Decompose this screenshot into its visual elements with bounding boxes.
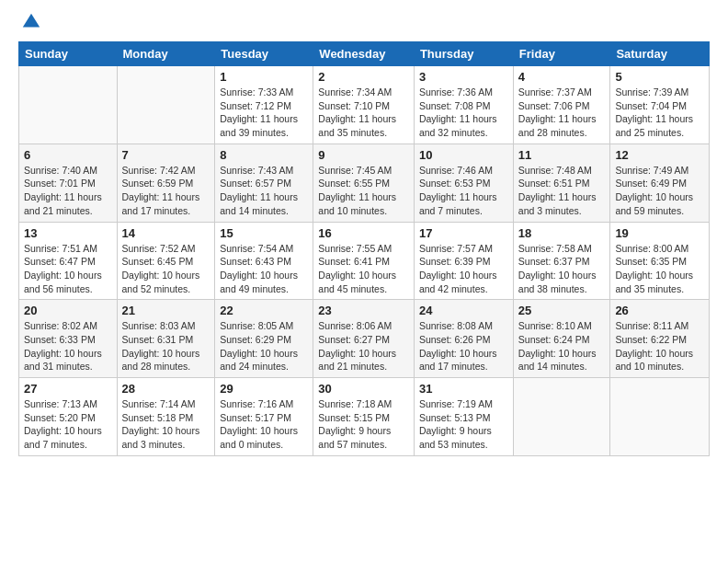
day-info: Sunrise: 7:49 AMSunset: 6:49 PMDaylight:… [615, 164, 704, 218]
calendar-day-cell: 9Sunrise: 7:45 AMSunset: 6:55 PMDaylight… [313, 144, 415, 222]
day-info: Sunrise: 7:19 AMSunset: 5:13 PMDaylight:… [419, 397, 508, 452]
day-number: 24 [419, 304, 508, 317]
day-info: Sunrise: 7:33 AMSunset: 7:12 PMDaylight:… [220, 86, 308, 140]
day-info: Sunrise: 8:05 AMSunset: 6:29 PMDaylight:… [220, 319, 308, 373]
day-info: Sunrise: 7:46 AMSunset: 6:53 PMDaylight:… [419, 164, 508, 218]
calendar-day-cell: 14Sunrise: 7:52 AMSunset: 6:45 PMDayligh… [117, 222, 215, 300]
day-number: 27 [24, 382, 112, 396]
day-number: 7 [122, 148, 210, 162]
calendar-day-cell: 24Sunrise: 8:08 AMSunset: 6:26 PMDayligh… [414, 300, 513, 378]
day-info: Sunrise: 7:55 AMSunset: 6:41 PMDaylight:… [318, 242, 409, 296]
calendar-day-cell: 4Sunrise: 7:37 AMSunset: 7:06 PMDaylight… [513, 66, 610, 144]
calendar-week-row: 6Sunrise: 7:40 AMSunset: 7:01 PMDaylight… [19, 144, 710, 222]
calendar-day-cell: 3Sunrise: 7:36 AMSunset: 7:08 PMDaylight… [414, 66, 513, 144]
day-info: Sunrise: 7:51 AMSunset: 6:47 PMDaylight:… [24, 242, 112, 296]
day-number: 5 [615, 70, 704, 84]
calendar-day-cell: 26Sunrise: 8:11 AMSunset: 6:22 PMDayligh… [610, 300, 710, 378]
day-info: Sunrise: 7:40 AMSunset: 7:01 PMDaylight:… [24, 164, 112, 218]
calendar-day-cell: 31Sunrise: 7:19 AMSunset: 5:13 PMDayligh… [414, 378, 513, 456]
day-info: Sunrise: 8:06 AMSunset: 6:27 PMDaylight:… [318, 319, 409, 373]
day-info: Sunrise: 7:42 AMSunset: 6:59 PMDaylight:… [122, 164, 210, 218]
day-info: Sunrise: 7:16 AMSunset: 5:17 PMDaylight:… [220, 397, 308, 452]
calendar-day-cell: 11Sunrise: 7:48 AMSunset: 6:51 PMDayligh… [513, 144, 610, 222]
calendar-day-cell: 19Sunrise: 8:00 AMSunset: 6:35 PMDayligh… [610, 222, 710, 300]
logo-area [18, 14, 41, 32]
day-info: Sunrise: 7:43 AMSunset: 6:57 PMDaylight:… [220, 164, 308, 218]
calendar-day-cell [117, 66, 215, 144]
svg-marker-0 [23, 14, 40, 28]
day-number: 3 [419, 70, 508, 84]
calendar-day-cell: 16Sunrise: 7:55 AMSunset: 6:41 PMDayligh… [313, 222, 415, 300]
calendar-day-cell [19, 66, 118, 144]
calendar-week-row: 13Sunrise: 7:51 AMSunset: 6:47 PMDayligh… [19, 222, 710, 300]
day-info: Sunrise: 8:11 AMSunset: 6:22 PMDaylight:… [615, 319, 704, 373]
calendar-day-cell: 5Sunrise: 7:39 AMSunset: 7:04 PMDaylight… [610, 66, 710, 144]
calendar-header-wednesday: Wednesday [313, 42, 415, 66]
day-number: 26 [615, 304, 704, 317]
day-info: Sunrise: 7:39 AMSunset: 7:04 PMDaylight:… [615, 86, 704, 140]
calendar-day-cell: 22Sunrise: 8:05 AMSunset: 6:29 PMDayligh… [215, 300, 313, 378]
day-info: Sunrise: 8:02 AMSunset: 6:33 PMDaylight:… [24, 319, 112, 373]
day-number: 2 [318, 70, 409, 84]
day-number: 22 [220, 304, 308, 317]
day-number: 17 [419, 226, 508, 240]
day-number: 19 [615, 226, 704, 240]
day-number: 28 [122, 382, 210, 396]
day-number: 21 [122, 304, 210, 317]
day-info: Sunrise: 8:10 AMSunset: 6:24 PMDaylight:… [518, 319, 606, 373]
day-info: Sunrise: 7:57 AMSunset: 6:39 PMDaylight:… [419, 242, 508, 296]
calendar-day-cell: 29Sunrise: 7:16 AMSunset: 5:17 PMDayligh… [215, 378, 313, 456]
day-number: 8 [220, 148, 308, 162]
page: SundayMondayTuesdayWednesdayThursdayFrid… [0, 0, 728, 563]
calendar-day-cell: 23Sunrise: 8:06 AMSunset: 6:27 PMDayligh… [313, 300, 415, 378]
day-info: Sunrise: 8:03 AMSunset: 6:31 PMDaylight:… [122, 319, 210, 373]
day-number: 11 [518, 148, 606, 162]
calendar-day-cell: 21Sunrise: 8:03 AMSunset: 6:31 PMDayligh… [117, 300, 215, 378]
calendar-day-cell: 12Sunrise: 7:49 AMSunset: 6:49 PMDayligh… [610, 144, 710, 222]
day-info: Sunrise: 8:08 AMSunset: 6:26 PMDaylight:… [419, 319, 508, 373]
calendar-day-cell: 20Sunrise: 8:02 AMSunset: 6:33 PMDayligh… [19, 300, 118, 378]
day-number: 13 [24, 226, 112, 240]
day-number: 20 [24, 304, 112, 317]
day-info: Sunrise: 7:14 AMSunset: 5:18 PMDaylight:… [122, 397, 210, 452]
day-number: 4 [518, 70, 606, 84]
day-info: Sunrise: 7:52 AMSunset: 6:45 PMDaylight:… [122, 242, 210, 296]
calendar-week-row: 20Sunrise: 8:02 AMSunset: 6:33 PMDayligh… [19, 300, 710, 378]
day-info: Sunrise: 7:48 AMSunset: 6:51 PMDaylight:… [518, 164, 606, 218]
calendar-header-thursday: Thursday [414, 42, 513, 66]
calendar-week-row: 27Sunrise: 7:13 AMSunset: 5:20 PMDayligh… [19, 378, 710, 456]
calendar-header-tuesday: Tuesday [215, 42, 313, 66]
calendar-table: SundayMondayTuesdayWednesdayThursdayFrid… [18, 41, 710, 456]
calendar-day-cell: 28Sunrise: 7:14 AMSunset: 5:18 PMDayligh… [117, 378, 215, 456]
day-number: 12 [615, 148, 704, 162]
calendar-day-cell: 25Sunrise: 8:10 AMSunset: 6:24 PMDayligh… [513, 300, 610, 378]
logo-text [18, 14, 41, 32]
day-number: 9 [318, 148, 409, 162]
day-number: 14 [122, 226, 210, 240]
day-number: 15 [220, 226, 308, 240]
day-number: 6 [24, 148, 112, 162]
day-number: 10 [419, 148, 508, 162]
calendar-day-cell: 18Sunrise: 7:58 AMSunset: 6:37 PMDayligh… [513, 222, 610, 300]
calendar-day-cell: 15Sunrise: 7:54 AMSunset: 6:43 PMDayligh… [215, 222, 313, 300]
calendar-day-cell: 8Sunrise: 7:43 AMSunset: 6:57 PMDaylight… [215, 144, 313, 222]
calendar-day-cell: 1Sunrise: 7:33 AMSunset: 7:12 PMDaylight… [215, 66, 313, 144]
calendar-day-cell: 30Sunrise: 7:18 AMSunset: 5:15 PMDayligh… [313, 378, 415, 456]
day-info: Sunrise: 7:58 AMSunset: 6:37 PMDaylight:… [518, 242, 606, 296]
calendar-header-saturday: Saturday [610, 42, 710, 66]
day-info: Sunrise: 7:18 AMSunset: 5:15 PMDaylight:… [318, 397, 409, 452]
calendar-header-monday: Monday [117, 42, 215, 66]
day-number: 16 [318, 226, 409, 240]
calendar-header-friday: Friday [513, 42, 610, 66]
calendar-day-cell: 17Sunrise: 7:57 AMSunset: 6:39 PMDayligh… [414, 222, 513, 300]
calendar-day-cell: 6Sunrise: 7:40 AMSunset: 7:01 PMDaylight… [19, 144, 118, 222]
day-info: Sunrise: 8:00 AMSunset: 6:35 PMDaylight:… [615, 242, 704, 296]
calendar-day-cell: 7Sunrise: 7:42 AMSunset: 6:59 PMDaylight… [117, 144, 215, 222]
calendar-header-row: SundayMondayTuesdayWednesdayThursdayFrid… [19, 42, 710, 66]
calendar-header-sunday: Sunday [19, 42, 118, 66]
day-number: 29 [220, 382, 308, 396]
calendar-week-row: 1Sunrise: 7:33 AMSunset: 7:12 PMDaylight… [19, 66, 710, 144]
day-number: 1 [220, 70, 308, 84]
day-info: Sunrise: 7:36 AMSunset: 7:08 PMDaylight:… [419, 86, 508, 140]
calendar-day-cell: 2Sunrise: 7:34 AMSunset: 7:10 PMDaylight… [313, 66, 415, 144]
